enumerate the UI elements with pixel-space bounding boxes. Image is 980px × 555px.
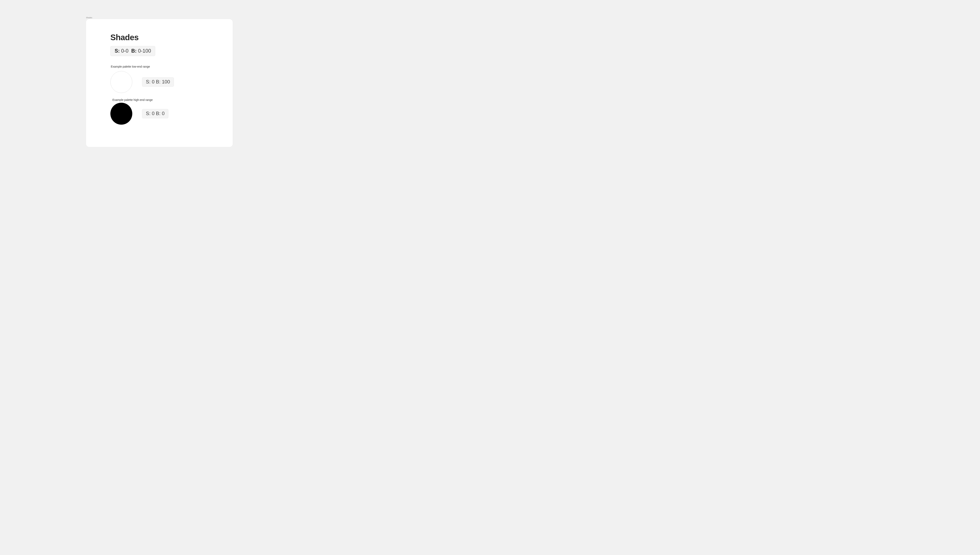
b-range-label: B: — [131, 48, 137, 54]
b-range-value: 0-100 — [138, 48, 151, 54]
page-title: Shades — [110, 33, 233, 42]
high-end-label: Example palette high-end range — [112, 98, 233, 101]
high-end-section: Example palette high-end range S: 0 B: 0 — [110, 98, 233, 125]
header-range-box: S: 0-0 B: 0-100 — [110, 46, 155, 56]
low-end-value-box: S: 0 B: 100 — [142, 77, 174, 87]
s-range-value: 0-0 — [121, 48, 128, 54]
low-end-row: S: 0 B: 100 — [110, 71, 233, 93]
high-end-value-box: S: 0 B: 0 — [142, 109, 168, 118]
high-end-swatch — [110, 103, 132, 125]
low-end-section: Example palette low-end range S: 0 B: 10… — [110, 65, 233, 93]
card-label: Shades — [86, 17, 980, 19]
low-end-swatch — [110, 71, 132, 93]
high-end-row: S: 0 B: 0 — [110, 103, 233, 125]
s-range-label: S: — [115, 48, 120, 54]
shades-card: Shades S: 0-0 B: 0-100 Example palette l… — [86, 19, 233, 147]
low-end-label: Example palette low-end range — [110, 65, 233, 68]
